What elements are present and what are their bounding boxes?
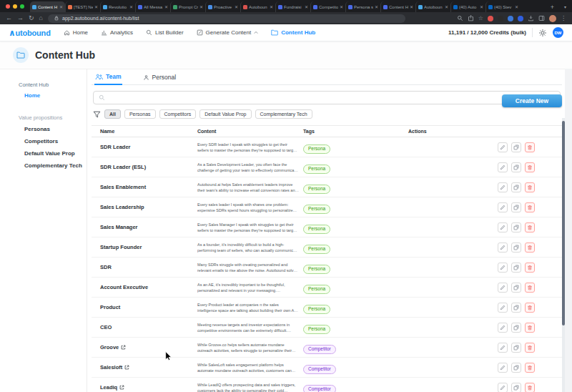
tab-close-icon[interactable]: ✕ <box>515 4 518 9</box>
row-name[interactable]: Startup Founder <box>92 244 197 250</box>
tab-close-icon[interactable]: ✕ <box>199 4 203 9</box>
browser-tab[interactable]: Proactive ✕ <box>205 1 240 12</box>
duplicate-button[interactable] <box>511 283 521 293</box>
filter-chip[interactable]: Default Value Prop <box>199 109 251 119</box>
duplicate-button[interactable] <box>511 242 521 253</box>
row-name[interactable]: Sales Enablement <box>92 184 197 190</box>
edit-button[interactable] <box>498 242 508 253</box>
traffic-light-icon[interactable] <box>20 4 24 9</box>
edit-button[interactable] <box>498 283 508 293</box>
browser-tab[interactable]: Persona s ✕ <box>345 1 380 12</box>
row-name[interactable]: Sales Leadership <box>92 204 197 210</box>
tab-close-icon[interactable]: ✕ <box>270 4 273 9</box>
filter-chip[interactable]: All <box>104 109 121 119</box>
delete-button[interactable] <box>525 303 535 313</box>
tab-close-icon[interactable]: ✕ <box>164 4 168 9</box>
edit-button[interactable] <box>498 323 508 333</box>
browser-tab[interactable]: All Messa ✕ <box>135 1 170 12</box>
tab-close-icon[interactable]: ✕ <box>480 4 483 9</box>
row-name[interactable]: Leadiq <box>92 384 197 391</box>
duplicate-button[interactable] <box>511 263 521 273</box>
row-name[interactable]: Groove <box>92 344 197 351</box>
edit-button[interactable] <box>498 343 508 353</box>
new-tab-button[interactable]: + <box>546 4 558 12</box>
sidebar-item[interactable]: Competitors <box>0 135 87 147</box>
settings-gear-icon[interactable] <box>538 29 547 37</box>
extension-icon[interactable] <box>498 16 503 21</box>
address-bar[interactable]: app2.autobound.ai/content-hub/list <box>48 14 405 23</box>
filter-chip[interactable]: Personas <box>124 109 156 119</box>
nav-analytics[interactable]: Analytics <box>101 29 133 36</box>
create-new-button[interactable]: Create New <box>502 94 562 107</box>
autobound-logo[interactable]: ∧utobound <box>9 28 51 38</box>
macos-traffic-lights[interactable] <box>4 4 30 12</box>
browser-tab[interactable]: Revolutio ✕ <box>100 1 135 12</box>
tab-close-icon[interactable]: ✕ <box>375 4 378 9</box>
delete-button[interactable] <box>525 162 535 172</box>
row-name[interactable]: Account Executive <box>92 284 197 290</box>
extension-icon[interactable] <box>508 16 513 21</box>
nav-content-hub[interactable]: Content Hub <box>271 29 315 36</box>
tab-close-icon[interactable]: ✕ <box>129 4 133 9</box>
tab-close-icon[interactable]: ✕ <box>340 4 343 9</box>
sidebar-item[interactable]: Personas <box>0 123 87 135</box>
browser-tab[interactable]: [TEST] Ne ✕ <box>65 1 100 12</box>
side-panel-icon[interactable] <box>538 15 545 21</box>
extension-icons[interactable] <box>488 16 493 21</box>
filter-funnel-icon[interactable] <box>93 111 101 118</box>
delete-button[interactable] <box>525 142 535 152</box>
delete-button[interactable] <box>525 283 535 293</box>
row-name[interactable]: SDR Leader <box>92 144 197 150</box>
edit-button[interactable] <box>498 202 508 212</box>
delete-button[interactable] <box>525 363 535 373</box>
table-scrollbar-thumb[interactable] <box>562 121 565 325</box>
delete-button[interactable] <box>525 182 535 192</box>
home-icon[interactable]: ⌂ <box>39 15 43 21</box>
search-input[interactable] <box>109 94 555 101</box>
delete-button[interactable] <box>525 343 535 353</box>
browser-tab[interactable]: Competito ✕ <box>310 1 345 12</box>
row-name[interactable]: SDR <box>92 264 197 270</box>
edit-button[interactable] <box>498 162 508 172</box>
zoom-icon[interactable] <box>457 15 463 21</box>
row-name[interactable]: CEO <box>92 324 197 330</box>
browser-tab[interactable]: (40) Stev ✕ <box>485 1 521 12</box>
reload-icon[interactable]: ↻ <box>29 15 34 21</box>
extension-icon[interactable] <box>518 16 523 21</box>
delete-button[interactable] <box>525 323 535 333</box>
nav-generate-content[interactable]: Generate Content <box>197 29 259 36</box>
browser-tab[interactable]: Content H ✕ <box>30 1 65 12</box>
tab-personal[interactable]: Personal <box>142 74 177 84</box>
browser-tab[interactable]: Autoboun ✕ <box>240 1 275 12</box>
delete-button[interactable] <box>525 202 535 212</box>
user-avatar[interactable]: DW <box>553 27 563 38</box>
browser-tab[interactable]: (40) Auto ✕ <box>450 1 485 12</box>
browser-menu-icon[interactable]: ⋮ <box>561 15 566 21</box>
duplicate-button[interactable] <box>511 202 521 212</box>
duplicate-button[interactable] <box>511 162 521 172</box>
duplicate-button[interactable] <box>511 363 521 373</box>
tab-close-icon[interactable]: ✕ <box>94 4 98 9</box>
tab-close-icon[interactable]: ✕ <box>305 4 308 9</box>
nav-list-builder[interactable]: List Builder <box>146 29 184 36</box>
traffic-light-icon[interactable] <box>13 4 17 9</box>
edit-button[interactable] <box>498 303 508 313</box>
delete-button[interactable] <box>525 222 535 232</box>
delete-button[interactable] <box>525 383 535 392</box>
sidebar-item-home[interactable]: Home <box>0 90 87 106</box>
filter-chip[interactable]: Complementary Tech <box>255 109 312 119</box>
browser-tab[interactable]: Content H ✕ <box>380 1 415 12</box>
row-name[interactable]: Sales Manager <box>92 224 197 230</box>
bookmark-star-icon[interactable]: ☆ <box>478 16 483 21</box>
browser-profile-avatar[interactable] <box>549 15 556 22</box>
duplicate-button[interactable] <box>511 142 521 152</box>
delete-button[interactable] <box>525 263 535 273</box>
duplicate-button[interactable] <box>511 383 521 392</box>
tab-close-icon[interactable]: ✕ <box>410 4 413 9</box>
row-name[interactable]: Salesloft <box>92 364 197 371</box>
tab-close-icon[interactable]: ✕ <box>445 4 448 9</box>
edit-button[interactable] <box>498 383 508 392</box>
duplicate-button[interactable] <box>511 182 521 192</box>
tab-search-chevron-icon[interactable]: ▾ <box>558 4 572 12</box>
traffic-light-icon[interactable] <box>6 4 10 9</box>
